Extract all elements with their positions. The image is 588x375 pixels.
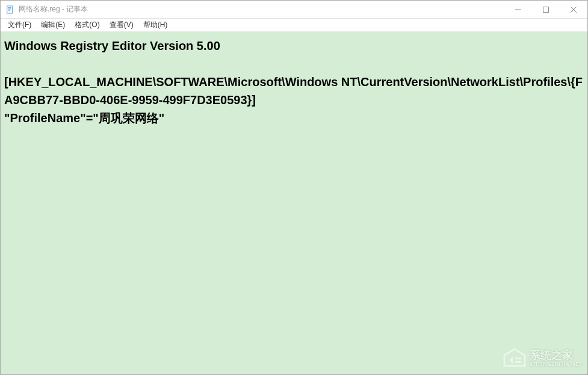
editor-content: Windows Registry Editor Version 5.00 [HK…	[4, 39, 583, 125]
svg-rect-6	[543, 7, 549, 12]
menu-file[interactable]: 文件(F)	[3, 19, 36, 31]
notepad-icon	[5, 5, 15, 14]
menu-view[interactable]: 查看(V)	[105, 19, 138, 31]
svg-rect-10	[515, 361, 521, 363]
minimize-button[interactable]	[504, 1, 532, 18]
menu-help[interactable]: 帮助(H)	[138, 19, 173, 31]
watermark-text: 系统之家 XITONGZHIJIA.NET	[530, 350, 583, 368]
titlebar[interactable]: 网络名称.reg - 记事本	[1, 1, 587, 19]
text-editor[interactable]: Windows Registry Editor Version 5.00 [HK…	[1, 32, 587, 374]
watermark: 系统之家 XITONGZHIJIA.NET	[502, 348, 583, 370]
menu-format[interactable]: 格式(O)	[70, 19, 104, 31]
menubar: 文件(F) 编辑(E) 格式(O) 查看(V) 帮助(H)	[1, 19, 587, 32]
close-button[interactable]	[560, 1, 587, 18]
maximize-button[interactable]	[532, 1, 560, 18]
watermark-logo-icon	[502, 348, 527, 370]
window-controls	[504, 1, 587, 18]
window-title: 网络名称.reg - 记事本	[19, 4, 504, 14]
notepad-window: 网络名称.reg - 记事本 文件(F) 编辑(E) 格式(O) 查看(V) 帮…	[0, 0, 588, 375]
svg-rect-9	[515, 358, 521, 359]
watermark-sub: XITONGZHIJIA.NET	[530, 362, 583, 368]
watermark-main: 系统之家	[530, 350, 583, 362]
menu-edit[interactable]: 编辑(E)	[36, 19, 70, 31]
